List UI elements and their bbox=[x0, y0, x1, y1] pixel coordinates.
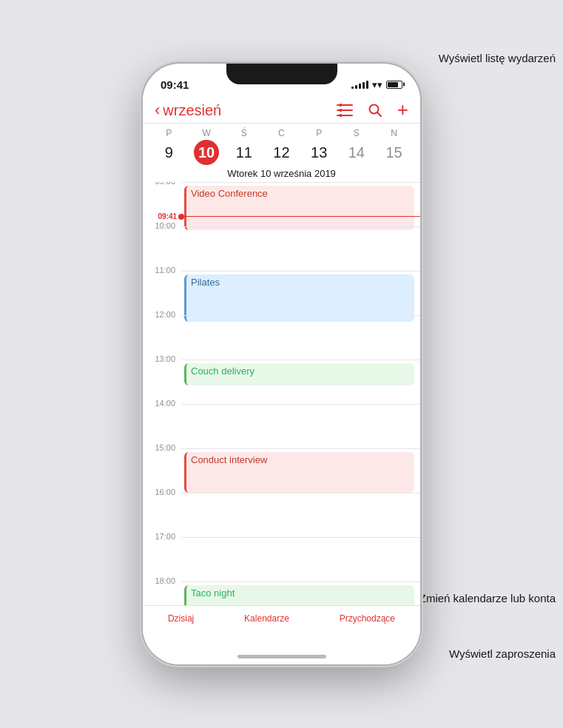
hour-label-7: 16:00 bbox=[143, 488, 181, 532]
week-day-9[interactable]: P9 bbox=[155, 128, 183, 165]
current-time-dot bbox=[178, 214, 184, 220]
hour-label-4: 13:00 bbox=[143, 354, 181, 399]
week-days-row: P9W10Ś11C12P13S14N15 bbox=[150, 128, 413, 165]
status-time: 09:41 bbox=[161, 78, 189, 91]
svg-point-6 bbox=[369, 105, 378, 114]
timeline[interactable]: 09:00Video Conference10:0011:00Pilates12… bbox=[143, 182, 420, 605]
battery-icon bbox=[386, 81, 402, 89]
day-number: 10 bbox=[194, 140, 219, 165]
selected-date-label: Wtorek 10 września 2019 bbox=[227, 168, 336, 179]
event-title: Pilates bbox=[191, 277, 220, 288]
week-day-13[interactable]: P13 bbox=[305, 128, 333, 165]
search-icon bbox=[368, 103, 382, 118]
calendar-app: ‹ wrzesień bbox=[143, 96, 420, 664]
hour-label-2: 11:00 bbox=[143, 266, 181, 310]
timeline-wrapper: 09:00Video Conference10:0011:00Pilates12… bbox=[143, 182, 420, 605]
hour-row-1600: 16:00 bbox=[143, 493, 420, 537]
list-icon bbox=[337, 104, 353, 117]
home-indicator bbox=[237, 655, 326, 658]
hour-area-4: Couch delivery bbox=[181, 360, 420, 404]
tab-calendars-label: Kalendarze bbox=[244, 613, 289, 624]
hour-label-8: 17:00 bbox=[143, 532, 181, 576]
svg-line-7 bbox=[377, 113, 381, 117]
tab-today[interactable]: Dzisiaj bbox=[168, 613, 194, 624]
header-actions: + bbox=[337, 101, 408, 120]
hour-area-6: Conduct interview bbox=[181, 448, 420, 493]
week-strip: P9W10Ś11C12P13S14N15 Wtorek 10 września … bbox=[143, 124, 420, 182]
event-block[interactable]: Conduct interview bbox=[184, 452, 414, 493]
svg-rect-3 bbox=[340, 104, 342, 107]
current-time-indicator: 09:41 bbox=[143, 212, 420, 220]
search-button[interactable] bbox=[368, 103, 382, 118]
hour-label-5: 14:00 bbox=[143, 399, 181, 443]
day-letter: P bbox=[166, 128, 172, 138]
svg-rect-5 bbox=[340, 114, 342, 117]
day-letter: C bbox=[278, 128, 285, 138]
back-month-button[interactable]: ‹ wrzesień bbox=[155, 101, 221, 120]
hour-row-1700: 17:00 bbox=[143, 537, 420, 582]
hour-row-1800: 18:00Taco night bbox=[143, 582, 420, 605]
hour-row-1300: 13:00Couch delivery bbox=[143, 360, 420, 404]
annotation-invitations: Wyświetl zaproszenia bbox=[449, 646, 556, 661]
day-letter: Ś bbox=[241, 128, 247, 138]
current-time-label: 09:41 bbox=[143, 212, 181, 220]
hour-area-9: Taco night bbox=[181, 582, 420, 605]
day-number: 9 bbox=[156, 140, 181, 165]
day-letter: P bbox=[316, 128, 322, 138]
hour-area-5 bbox=[181, 404, 420, 448]
week-day-10[interactable]: W10 bbox=[192, 128, 220, 165]
hour-row-1200: 12:00 bbox=[143, 315, 420, 360]
hour-area-1 bbox=[181, 226, 420, 271]
annotation-change-calendar: Zmień kalendarze lub konta bbox=[419, 590, 556, 606]
event-block[interactable]: Video Conference bbox=[184, 186, 414, 230]
status-icons: ▾▾ bbox=[351, 79, 402, 90]
hour-area-7 bbox=[181, 493, 420, 537]
svg-rect-2 bbox=[337, 115, 353, 116]
day-number: 15 bbox=[382, 140, 407, 165]
signal-icon bbox=[351, 81, 368, 89]
scene: Wyświetl listę wydarzeń Zmień kalendarze… bbox=[0, 0, 563, 728]
day-number: 12 bbox=[269, 140, 294, 165]
day-letter: W bbox=[202, 128, 210, 138]
day-number: 13 bbox=[306, 140, 331, 165]
tab-calendars[interactable]: Kalendarze bbox=[244, 613, 289, 624]
hour-label-9: 18:00 bbox=[143, 576, 181, 605]
plus-icon: + bbox=[397, 100, 408, 119]
hour-area-2: Pilates bbox=[181, 271, 420, 315]
wifi-icon: ▾▾ bbox=[372, 79, 382, 90]
svg-rect-1 bbox=[337, 109, 353, 111]
current-time-line bbox=[181, 216, 420, 218]
hour-row-1500: 15:00Conduct interview bbox=[143, 448, 420, 493]
day-number: 11 bbox=[232, 140, 257, 165]
week-day-15[interactable]: N15 bbox=[380, 128, 408, 165]
svg-rect-4 bbox=[340, 109, 342, 112]
notch bbox=[226, 64, 337, 84]
week-day-12[interactable]: C12 bbox=[267, 128, 295, 165]
tab-today-label: Dzisiaj bbox=[168, 613, 194, 624]
hour-label-1: 10:00 bbox=[143, 221, 181, 266]
month-title: wrzesień bbox=[163, 102, 221, 119]
event-title: Conduct interview bbox=[191, 454, 267, 465]
app-header: ‹ wrzesień bbox=[143, 96, 420, 124]
list-view-button[interactable] bbox=[337, 104, 353, 117]
day-letter: N bbox=[391, 128, 397, 138]
svg-rect-0 bbox=[337, 104, 353, 106]
event-title: Couch delivery bbox=[191, 365, 254, 377]
chevron-left-icon: ‹ bbox=[155, 101, 160, 120]
add-event-button[interactable]: + bbox=[397, 100, 408, 119]
week-day-14[interactable]: S14 bbox=[343, 128, 371, 165]
hour-label-3: 12:00 bbox=[143, 310, 181, 354]
tab-incoming-label: Przychodzące bbox=[340, 613, 395, 624]
event-block[interactable]: Couch delivery bbox=[184, 363, 414, 385]
hour-area-3 bbox=[181, 315, 420, 360]
annotation-events-list: Wyświetl listę wydarzeń bbox=[439, 50, 556, 66]
week-day-11[interactable]: Ś11 bbox=[230, 128, 258, 165]
tab-incoming[interactable]: Przychodzące bbox=[340, 613, 395, 624]
day-letter: S bbox=[354, 128, 360, 138]
hour-area-8 bbox=[181, 537, 420, 582]
event-title: Video Conference bbox=[191, 188, 268, 199]
day-number: 14 bbox=[344, 140, 369, 165]
hour-row-1400: 14:00 bbox=[143, 404, 420, 448]
event-block[interactable]: Taco night bbox=[184, 585, 414, 605]
phone: 09:41 ▾▾ ‹ wrzes bbox=[143, 64, 420, 664]
